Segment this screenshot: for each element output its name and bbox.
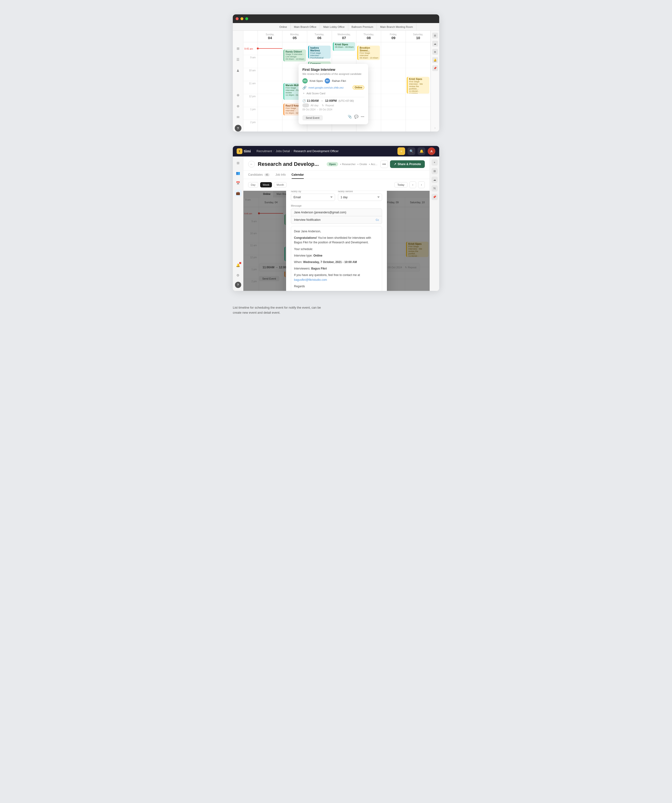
email-subject-row: Interview Notification Cc — [291, 216, 382, 224]
breadcrumb: Recruitment / Jobs Detail / Research and… — [257, 150, 338, 153]
view-week-btn[interactable]: Week — [260, 182, 272, 187]
day-header-tue: Tuesday, 06 — [307, 31, 332, 42]
tab-calendar[interactable]: Calendar — [291, 171, 304, 179]
user-avatar[interactable]: A — [428, 147, 435, 155]
share-promote-button[interactable]: ↗ Share & Promote — [390, 160, 425, 168]
interviewers: Interviewers: Bagus Fikri — [294, 267, 379, 271]
notification-button[interactable]: 🔔 — [418, 147, 425, 155]
breadcrumb-current: Research and Development Officer — [294, 150, 338, 153]
cal-icon-4[interactable]: ⊕ — [235, 92, 241, 98]
event-brooklyn[interactable]: Brooklyn Simmo... First Stage Interview … — [357, 46, 380, 60]
popup-footer: Send Event 📎 💬 ••• — [303, 113, 364, 120]
event-detail-popup: First Stage Interview We review the port… — [299, 64, 368, 124]
right-icon-4[interactable]: 🔔 — [432, 57, 438, 63]
right-icon-2[interactable]: ☁ — [432, 41, 438, 47]
clock-icon: 🕐 — [303, 99, 306, 102]
cal-icon-1[interactable]: ⊞ — [235, 45, 241, 52]
calendar-controls: Day Week Month Today ‹ › — [243, 179, 430, 191]
add-score-card[interactable]: ＋ Add Score Card — [303, 91, 364, 95]
popup-dates: 09 Oct 2024 → 09 Oct 2024 — [303, 108, 364, 111]
event-isadora[interactable]: Isadora Martinez Final stage interview -… — [308, 46, 331, 59]
cal-left-sidebar: ⊞ ☰ ♟ ⊕ ⊛ ✉ ? — [233, 31, 243, 132]
help-icon[interactable]: ? — [235, 125, 241, 132]
right-icon-1[interactable]: ⊞ — [432, 33, 438, 38]
schedule-label: Your schedule: — [294, 247, 379, 252]
share-icon: ↗ — [394, 163, 396, 166]
resource-tab-ballroom[interactable]: Ballroom Premium — [348, 23, 377, 31]
resource-tab-meeting[interactable]: Main Branch Meeting Room — [377, 23, 417, 31]
view-day-btn[interactable]: Day — [248, 182, 258, 187]
tab-job-info[interactable]: Job Info — [275, 171, 286, 179]
minimize-dot[interactable] — [241, 17, 243, 20]
congrats-para: Congratulations! You've been shortlisted… — [294, 236, 379, 245]
nav-home[interactable]: ⊞ — [234, 159, 242, 167]
modal-overlay[interactable]: Create Event ✕ Candidate Notification No… — [243, 191, 430, 291]
cal-right-sidebar: ⊞ ☁ ⊕ 🔔 📌 › — [431, 31, 439, 132]
right-icon-add[interactable]: + — [431, 159, 438, 166]
header-actions: ••• ↗ Share & Promote — [381, 160, 425, 168]
popup-allday-row: All day ↻ Repeat — [303, 104, 364, 107]
email-to-field: Jane Anderson (janeanders@gmail.com) — [291, 208, 382, 216]
tab-candidates[interactable]: Candidates 45 — [248, 171, 270, 179]
right-icon-n[interactable]: N — [431, 185, 438, 192]
notify-options-row: Notify by Email Notify before 1 day — [291, 191, 382, 201]
popup-meet-link[interactable]: meet.google.com/uix-zhtb-zez — [308, 86, 344, 89]
app-body: ⊞ 👥 📅 💼 🔔 ⚙ ? ← Research and Develop... … — [233, 156, 439, 291]
nav-notifications[interactable]: 🔔 — [234, 262, 242, 269]
nav-users[interactable]: 👥 — [234, 169, 242, 177]
add-button[interactable]: + — [397, 147, 405, 155]
search-button[interactable]: 🔍 — [407, 147, 415, 155]
cal-icon-5[interactable]: ⊛ — [235, 103, 241, 109]
right-icon-pin[interactable]: 📌 — [431, 194, 438, 200]
cal-icon-3[interactable]: ♟ — [235, 67, 241, 74]
next-week-btn[interactable]: › — [418, 181, 425, 188]
day-header-wed: Wednesday, 07 — [332, 31, 356, 42]
view-month-btn[interactable]: Month — [274, 182, 286, 187]
breadcrumb-middle[interactable]: Jobs Detail — [276, 150, 290, 153]
app-name: tiimi — [244, 149, 251, 153]
more-icon[interactable]: ••• — [361, 115, 364, 119]
day-header-mon: Monday, 05 — [283, 31, 307, 42]
notify-by-select[interactable]: Email — [291, 193, 335, 201]
right-icon-cloud[interactable]: ☁ — [431, 177, 438, 183]
app-right-sidebar: + ⊞ ☁ N 📌 — [430, 156, 439, 291]
help-icon-bottom[interactable]: ? — [235, 282, 241, 288]
event-randy[interactable]: Randy Dibbert Stage 3 Interview - Live d… — [283, 49, 306, 62]
nav-calendar[interactable]: 📅 — [234, 179, 242, 187]
right-collapse-btn[interactable]: › — [434, 126, 436, 130]
left-nav: ⊞ 👥 📅 💼 🔔 ⚙ ? — [233, 156, 243, 291]
resource-tab-lobby[interactable]: Main Lobby Office — [320, 23, 348, 31]
status-badge: Open — [327, 162, 338, 166]
nav-jobs[interactable]: 💼 — [234, 190, 242, 197]
resource-tab-online[interactable]: Online — [276, 23, 291, 31]
allday-toggle[interactable] — [303, 104, 309, 107]
create-event-modal: Create Event ✕ Candidate Notification No… — [286, 191, 387, 291]
repeat-icon: ↻ — [322, 104, 324, 107]
notify-before-select[interactable]: 1 day — [338, 193, 382, 201]
back-button[interactable]: ← — [248, 161, 255, 167]
attachment-icon[interactable]: 📎 — [348, 115, 352, 119]
send-event-button[interactable]: Send Event — [303, 115, 323, 120]
nav-settings[interactable]: ⚙ — [234, 271, 242, 279]
event-kristi-sat[interactable]: Kristi Sipes First Stage Interview - We … — [407, 77, 430, 94]
close-dot[interactable] — [236, 17, 239, 20]
maximize-dot[interactable] — [245, 17, 248, 20]
bottom-calendar: Online Main Branch Office Main Lobby Off… — [243, 191, 430, 291]
app-content: ← Research and Develop... Open • Researc… — [243, 156, 430, 291]
cal-icon-2[interactable]: ☰ — [235, 56, 241, 63]
prev-week-btn[interactable]: ‹ — [410, 181, 416, 188]
more-button[interactable]: ••• — [381, 160, 388, 168]
event-kristi-wed[interactable]: Kristi Sipes 08:00am - 09:00am — [333, 42, 355, 51]
right-icon-3[interactable]: ⊕ — [432, 49, 438, 55]
breadcrumb-root[interactable]: Recruitment — [257, 150, 272, 153]
email-subject: Interview Notification — [294, 218, 376, 221]
cal-icon-6[interactable]: ✉ — [235, 114, 241, 120]
resource-tab-main-branch[interactable]: Main Branch Office — [291, 23, 320, 31]
right-icon-grid[interactable]: ⊞ — [431, 168, 438, 174]
popup-subtitle: We review the portafolio of the assigned… — [303, 73, 364, 75]
right-icon-5[interactable]: 📌 — [432, 65, 438, 71]
comment-icon[interactable]: 💬 — [354, 115, 358, 119]
today-button[interactable]: Today — [394, 182, 407, 187]
message-section: Message Jane Anderson (janeanders@gmail.… — [291, 204, 382, 291]
cc-button[interactable]: Cc — [376, 218, 379, 221]
